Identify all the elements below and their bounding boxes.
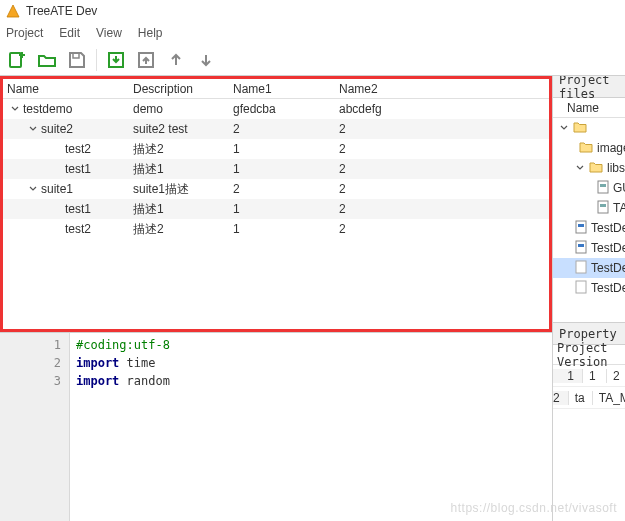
header-desc[interactable]: Description bbox=[133, 82, 233, 96]
property-key: ta bbox=[569, 391, 593, 405]
project-files-title: Project files bbox=[553, 76, 625, 98]
file-row[interactable]: TA_M bbox=[553, 198, 625, 218]
tree-item-name: suite2 bbox=[41, 122, 73, 136]
toolbar-separator bbox=[96, 49, 97, 71]
file-label: TestDem bbox=[591, 281, 625, 295]
property-header[interactable]: Project Version bbox=[553, 345, 625, 365]
tree-item-name1: 1 bbox=[233, 142, 339, 156]
tree-item-name1: 1 bbox=[233, 162, 339, 176]
tree-item-desc: suite1描述 bbox=[133, 181, 233, 198]
chevron-down-icon[interactable] bbox=[575, 163, 585, 173]
code-area[interactable]: #coding:utf-8 import time import random bbox=[70, 333, 552, 521]
file-row[interactable]: TestDem bbox=[553, 258, 625, 278]
svg-rect-15 bbox=[576, 261, 586, 273]
code-gutter: 1 2 3 bbox=[0, 333, 70, 521]
header-name2[interactable]: Name2 bbox=[339, 82, 549, 96]
file-icon bbox=[575, 240, 587, 257]
property-row[interactable]: 112 bbox=[553, 365, 625, 387]
tree-item-name: test2 bbox=[65, 142, 91, 156]
tree-row[interactable]: test1描述112 bbox=[3, 159, 549, 179]
file-row[interactable] bbox=[553, 118, 625, 138]
property-panel: Project Version 1122taTA_MsgB bbox=[553, 345, 625, 521]
chevron-down-icon[interactable] bbox=[28, 124, 38, 134]
svg-rect-4 bbox=[73, 53, 79, 58]
tree-item-desc: 描述1 bbox=[133, 201, 233, 218]
code-keyword: import bbox=[76, 374, 119, 388]
tree-row[interactable]: testdemodemogfedcbaabcdefg bbox=[3, 99, 549, 119]
gutter-line: 3 bbox=[0, 372, 61, 390]
tree-item-desc: 描述2 bbox=[133, 221, 233, 238]
file-label: libs bbox=[607, 161, 625, 175]
svg-rect-14 bbox=[578, 244, 584, 247]
file-row[interactable]: images bbox=[553, 138, 625, 158]
property-key: 1 bbox=[583, 369, 607, 383]
import-button[interactable] bbox=[103, 47, 129, 73]
move-down-button[interactable] bbox=[193, 47, 219, 73]
tree-item-desc: suite2 test bbox=[133, 122, 233, 136]
export-button[interactable] bbox=[133, 47, 159, 73]
file-label: GUI_ bbox=[613, 181, 625, 195]
header-name[interactable]: Name bbox=[7, 82, 133, 96]
menu-view[interactable]: View bbox=[96, 26, 122, 40]
tree-item-name2: 2 bbox=[339, 162, 549, 176]
file-row[interactable]: TestDem bbox=[553, 238, 625, 258]
file-icon bbox=[597, 200, 609, 217]
code-panel: 1 2 3 #coding:utf-8 import time import r… bbox=[0, 332, 552, 521]
tree-item-name1: 1 bbox=[233, 202, 339, 216]
new-button[interactable] bbox=[4, 47, 30, 73]
tree-item-name2: abcdefg bbox=[339, 102, 549, 116]
tree-item-name: test1 bbox=[65, 162, 91, 176]
tree-item-name2: 2 bbox=[339, 182, 549, 196]
svg-rect-8 bbox=[600, 184, 606, 187]
code-text: time bbox=[119, 356, 155, 370]
tree-item-name2: 2 bbox=[339, 122, 549, 136]
header-name1[interactable]: Name1 bbox=[233, 82, 339, 96]
chevron-down-icon[interactable] bbox=[10, 104, 20, 114]
menu-project[interactable]: Project bbox=[6, 26, 43, 40]
property-index: 1 bbox=[553, 369, 583, 383]
property-row[interactable]: 2taTA_MsgB bbox=[553, 387, 625, 409]
file-icon bbox=[597, 180, 609, 197]
move-up-button[interactable] bbox=[163, 47, 189, 73]
tree-item-desc: 描述1 bbox=[133, 161, 233, 178]
file-row[interactable]: GUI_ bbox=[553, 178, 625, 198]
tool-bar bbox=[0, 44, 625, 76]
tree-body: testdemodemogfedcbaabcdefgsuite2suite2 t… bbox=[3, 99, 549, 239]
project-files-panel: Name imageslibsGUI_TA_MTestDemTestDemTes… bbox=[553, 98, 625, 323]
tree-row[interactable]: test1描述112 bbox=[3, 199, 549, 219]
files-header[interactable]: Name bbox=[553, 98, 625, 118]
tree-row[interactable]: test2描述212 bbox=[3, 139, 549, 159]
tree-item-name2: 2 bbox=[339, 222, 549, 236]
property-value: TA_MsgB bbox=[593, 391, 625, 405]
app-icon bbox=[6, 4, 20, 18]
svg-rect-12 bbox=[578, 224, 584, 227]
tree-row[interactable]: suite1suite1描述22 bbox=[3, 179, 549, 199]
file-row[interactable]: TestDem bbox=[553, 278, 625, 298]
folder-icon bbox=[579, 141, 593, 156]
file-label: TestDem bbox=[591, 241, 625, 255]
svg-rect-10 bbox=[600, 204, 606, 207]
save-button[interactable] bbox=[64, 47, 90, 73]
property-index: 2 bbox=[553, 391, 569, 405]
open-button[interactable] bbox=[34, 47, 60, 73]
file-icon bbox=[575, 280, 587, 297]
file-row[interactable]: TestDem bbox=[553, 218, 625, 238]
tree-row[interactable]: suite2suite2 test22 bbox=[3, 119, 549, 139]
tree-item-name: suite1 bbox=[41, 182, 73, 196]
file-label: TestDem bbox=[591, 261, 625, 275]
menu-edit[interactable]: Edit bbox=[59, 26, 80, 40]
svg-marker-0 bbox=[7, 5, 19, 17]
chevron-down-icon[interactable] bbox=[28, 184, 38, 194]
tree-item-name1: 1 bbox=[233, 222, 339, 236]
chevron-down-icon[interactable] bbox=[559, 123, 569, 133]
menu-help[interactable]: Help bbox=[138, 26, 163, 40]
tree-body-spacer bbox=[3, 239, 549, 329]
property-value: 2 bbox=[607, 369, 625, 383]
test-tree-panel: Name Description Name1 Name2 testdemodem… bbox=[0, 76, 552, 332]
tree-item-name1: gfedcba bbox=[233, 102, 339, 116]
tree-row[interactable]: test2描述212 bbox=[3, 219, 549, 239]
code-text: random bbox=[119, 374, 170, 388]
svg-rect-16 bbox=[576, 281, 586, 293]
file-row[interactable]: libs bbox=[553, 158, 625, 178]
file-label: TestDem bbox=[591, 221, 625, 235]
